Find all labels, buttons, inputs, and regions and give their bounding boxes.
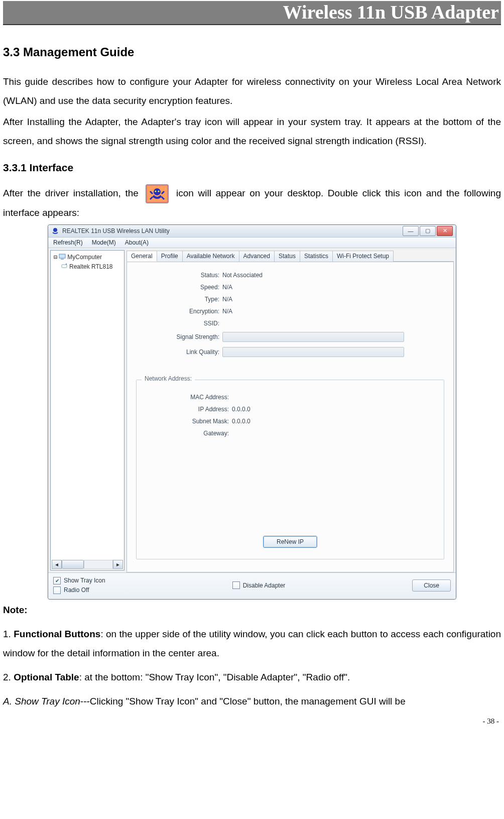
tree-child[interactable]: Realtek RTL818 <box>52 262 123 272</box>
subnet-mask-label: Subnet Mask: <box>146 418 232 425</box>
section-heading: 3.3 Management Guide <box>3 45 501 59</box>
ip-value: 0.0.0.0 <box>232 406 250 413</box>
after-install-para: After the driver installation, the icon … <box>3 184 501 222</box>
close-button[interactable]: Close <box>412 579 451 592</box>
status-label: Status: <box>136 272 222 279</box>
tree-expand-icon[interactable]: ⊟ <box>54 254 57 261</box>
ssid-label: SSID: <box>136 320 222 327</box>
menu-refresh[interactable]: Refresh(R) <box>53 239 83 246</box>
page-number: - 38 - <box>3 717 501 726</box>
tab-available-network[interactable]: Available Network <box>182 251 239 262</box>
speed-value: N/A <box>222 284 232 291</box>
intro-para-1: This guide describes how to configure yo… <box>3 72 501 110</box>
note-1-num: 1. <box>3 629 14 639</box>
intro-para-2: After Installing the Adapter, the Adapte… <box>3 112 501 151</box>
encryption-value: N/A <box>222 308 232 315</box>
svg-point-4 <box>53 228 57 232</box>
gateway-label: Gateway: <box>146 430 232 437</box>
type-value: N/A <box>222 296 232 303</box>
network-address-title: Network Address: <box>142 375 195 382</box>
svg-point-1 <box>154 188 161 195</box>
menu-bar: Refresh(R) Mode(M) About(A) <box>48 238 456 248</box>
scroll-thumb[interactable] <box>62 560 84 569</box>
svg-rect-5 <box>59 254 65 258</box>
note-item-2: 2. Optional Table: at the bottom: "Show … <box>3 668 501 687</box>
checkbox-checked-icon: ✔ <box>53 577 61 584</box>
window-close-button[interactable]: ✕ <box>437 226 453 236</box>
tree-child-label: Realtek RTL818 <box>69 263 113 270</box>
note-2-bold: Optional Table <box>14 672 79 682</box>
note-item-1: 1. Functional Buttons: on the upper side… <box>3 625 501 663</box>
note-item-3: A. Show Tray Icon---Clicking "Show Tray … <box>3 692 501 711</box>
app-icon <box>51 227 59 235</box>
checkbox-unchecked-icon <box>232 581 240 589</box>
ip-label: IP Address: <box>146 406 232 413</box>
window-title: REALTEK 11n USB Wireless LAN Utility <box>62 227 403 235</box>
mac-label: MAC Address: <box>146 394 232 401</box>
show-tray-icon-label: Show Tray Icon <box>64 577 105 584</box>
utility-screenshot-figure: REALTEK 11n USB Wireless LAN Utility — ▢… <box>3 224 501 600</box>
window-titlebar: REALTEK 11n USB Wireless LAN Utility — ▢… <box>48 225 456 238</box>
tab-advanced[interactable]: Advanced <box>239 251 275 262</box>
tab-profile[interactable]: Profile <box>157 251 183 262</box>
scroll-right-arrow-icon[interactable]: ▸ <box>113 560 123 569</box>
speed-label: Speed: <box>136 284 222 291</box>
note-label: Note: <box>3 605 501 616</box>
scroll-track[interactable] <box>84 560 113 569</box>
tree-root[interactable]: ⊟ MyComputer <box>52 253 123 262</box>
utility-footer: ✔ Show Tray Icon Radio Off Disable Adapt… <box>48 572 456 599</box>
scroll-left-arrow-icon[interactable]: ◂ <box>52 560 62 569</box>
desktop-utility-icon <box>146 184 169 203</box>
radio-off-label: Radio Off <box>64 587 89 594</box>
tab-wifi-protect-setup[interactable]: Wi-Fi Protect Setup <box>332 251 394 262</box>
encryption-label: Encryption: <box>136 308 222 315</box>
note-2-num: 2. <box>3 672 14 682</box>
minimize-button[interactable]: — <box>403 226 419 236</box>
link-quality-label: Link Quality: <box>136 348 222 356</box>
show-tray-icon-checkbox[interactable]: ✔ Show Tray Icon <box>53 577 105 584</box>
svg-rect-6 <box>61 259 64 260</box>
note-3-italic: A. Show Tray Icon <box>3 696 80 707</box>
network-address-group: Network Address: MAC Address: IP Address… <box>136 380 444 559</box>
after-install-pre: After the driver installation, the <box>3 188 143 198</box>
menu-about[interactable]: About(A) <box>125 239 149 246</box>
disable-adapter-checkbox[interactable]: Disable Adapter <box>232 581 286 589</box>
tree-root-label: MyComputer <box>67 254 102 261</box>
device-tree-pane: ⊟ MyComputer Realtek RTL818 ◂ <box>50 250 124 570</box>
renew-ip-button[interactable]: ReNew IP <box>263 536 317 548</box>
svg-point-2 <box>155 190 157 192</box>
svg-point-3 <box>158 190 160 192</box>
doc-banner: Wireless 11n USB Adapter <box>3 1 501 25</box>
tab-general-body: Status: Not Associated Speed: N/A Type: … <box>127 262 454 572</box>
radio-off-checkbox[interactable]: Radio Off <box>53 587 105 594</box>
svg-rect-7 <box>62 265 67 268</box>
svg-point-8 <box>66 264 67 265</box>
utility-window: REALTEK 11n USB Wireless LAN Utility — ▢… <box>48 224 456 600</box>
tab-statistics[interactable]: Statistics <box>300 251 333 262</box>
computer-icon <box>59 253 66 262</box>
tab-strip: General Profile Available Network Advanc… <box>127 250 454 262</box>
type-label: Type: <box>136 296 222 303</box>
tab-status[interactable]: Status <box>274 251 300 262</box>
status-value: Not Associated <box>222 272 263 279</box>
menu-mode[interactable]: Mode(M) <box>92 239 116 246</box>
link-quality-bar <box>222 347 404 357</box>
subsection-heading: 3.3.1 Interface <box>3 162 501 174</box>
disable-adapter-label: Disable Adapter <box>243 582 286 589</box>
subnet-mask-value: 0.0.0.0 <box>232 418 250 425</box>
checkbox-unchecked-icon <box>53 587 61 594</box>
note-3-rest: ---Clicking "Show Tray Icon" and "Close"… <box>80 696 406 707</box>
note-2-rest: : at the bottom: "Show Tray Icon", "Disa… <box>79 672 350 682</box>
signal-strength-label: Signal Strength: <box>136 333 222 340</box>
tree-horizontal-scrollbar[interactable]: ◂ ▸ <box>52 560 123 569</box>
maximize-button[interactable]: ▢ <box>420 226 436 236</box>
note-1-bold: Functional Buttons <box>14 629 100 639</box>
signal-strength-bar <box>222 332 404 342</box>
adapter-icon <box>61 263 68 271</box>
tab-general[interactable]: General <box>127 251 157 262</box>
